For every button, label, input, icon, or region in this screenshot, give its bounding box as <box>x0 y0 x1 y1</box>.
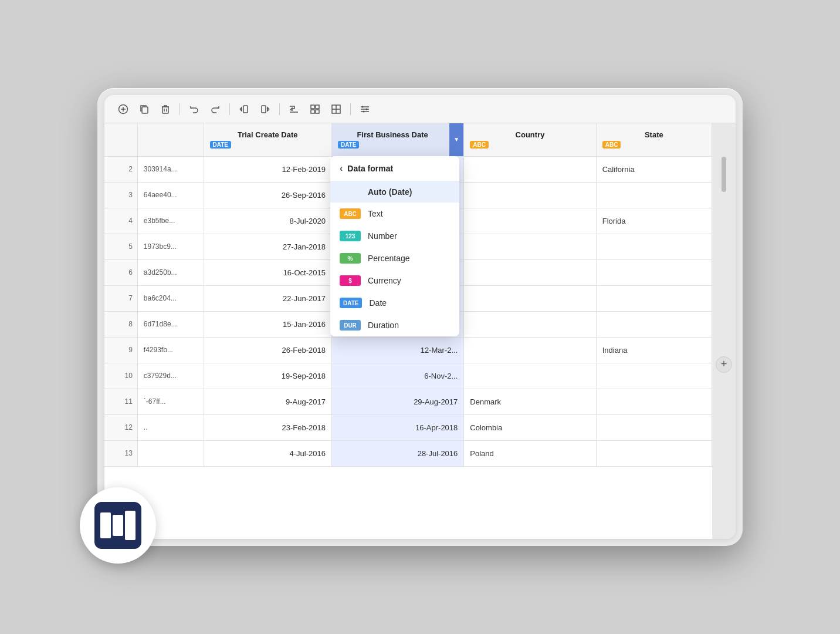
cell-id: e3b5fbe... <box>137 208 204 234</box>
col-header-rownum <box>104 123 137 156</box>
svg-rect-12 <box>311 105 314 109</box>
cell-id: a3d250b... <box>137 259 204 285</box>
dropdown-item-currency[interactable]: $Currency <box>330 269 459 292</box>
delete-button[interactable] <box>156 100 175 119</box>
cell-country <box>464 259 596 285</box>
logo-circle <box>80 487 156 564</box>
scrollbar-thumb[interactable] <box>722 157 726 192</box>
cell-id <box>137 440 204 466</box>
cell-state <box>596 389 712 414</box>
cell-trial-date: 23-Feb-2018 <box>204 414 331 440</box>
cell-trial-date: 27-Jan-2018 <box>204 234 331 259</box>
cell-trial-date: 26-Sep-2016 <box>204 182 331 208</box>
scrollbar-area: + <box>712 123 736 539</box>
cell-country: Denmark <box>464 389 596 414</box>
logo-icon <box>94 502 141 549</box>
column-dropdown-arrow[interactable]: ▼ <box>449 123 463 156</box>
badge-date: DATE <box>340 298 362 308</box>
dropdown-item-auto-date[interactable]: Auto (Date) <box>330 181 459 203</box>
sep1 <box>179 103 180 115</box>
cell-country <box>464 285 596 311</box>
cell-country <box>464 182 596 208</box>
dropdown-title: Data format <box>347 164 393 173</box>
cell-state <box>596 234 712 259</box>
insert-right-button[interactable] <box>256 100 275 119</box>
cell-id: ba6c204... <box>137 285 204 311</box>
dropdown-back-header[interactable]: ‹ Data format <box>330 156 459 181</box>
dropdown-item-date[interactable]: DATEDate <box>330 292 459 314</box>
grid2-button[interactable] <box>327 100 346 119</box>
cell-country: Poland <box>464 440 596 466</box>
badge-duration: DUR <box>340 320 361 331</box>
cell-trial-date: 22-Jun-2017 <box>204 285 331 311</box>
insert-left-button[interactable] <box>235 100 253 119</box>
table-row: 12..23-Feb-201816-Apr-2018Colombia <box>104 414 712 440</box>
sep4 <box>350 103 351 115</box>
wrap-button[interactable] <box>284 100 303 119</box>
dropdown-item-text[interactable]: ABCText <box>330 203 459 225</box>
dropdown-item-percentage[interactable]: %Percentage <box>330 247 459 269</box>
cell-first-biz-date: 28-Jul-2016 <box>331 440 463 466</box>
cell-state <box>596 285 712 311</box>
cell-trial-date: 9-Aug-2017 <box>204 389 331 414</box>
badge-percentage: % <box>340 253 361 264</box>
cell-state: California <box>596 156 712 182</box>
label-duration: Duration <box>368 321 399 330</box>
svg-rect-7 <box>243 106 248 113</box>
badge-number: 123 <box>340 231 361 241</box>
cell-trial-date: 4-Jul-2016 <box>204 440 331 466</box>
cell-country: Colombia <box>464 414 596 440</box>
cell-trial-date: 12-Feb-2019 <box>204 156 331 182</box>
format-settings-button[interactable] <box>355 100 374 119</box>
label-currency: Currency <box>368 276 401 285</box>
add-column-button[interactable]: + <box>716 356 732 373</box>
table-row: 9f4293fb...26-Feb-201812-Mar-2...Indiana <box>104 337 712 363</box>
cell-country <box>464 311 596 337</box>
data-format-dropdown: ‹ Data format Auto (Date)ABCText123Numbe… <box>330 156 459 336</box>
col-header-trial[interactable]: Trial Create Date DATE <box>204 123 331 156</box>
badge-text: ABC <box>340 208 361 219</box>
logo-bar-3 <box>125 511 136 540</box>
table-row: 134-Jul-201628-Jul-2016Poland <box>104 440 712 466</box>
cell-country <box>464 234 596 259</box>
row-number: 3 <box>104 182 137 208</box>
undo-button[interactable] <box>185 100 204 119</box>
cell-state <box>596 440 712 466</box>
logo-bar-1 <box>100 512 111 538</box>
cell-id: 303914a... <box>137 156 204 182</box>
grid1-button[interactable] <box>306 100 324 119</box>
cell-trial-date: 19-Sep-2018 <box>204 363 331 389</box>
svg-rect-14 <box>311 110 314 113</box>
label-number: Number <box>368 231 397 241</box>
cell-state <box>596 182 712 208</box>
cell-country <box>464 363 596 389</box>
cell-country <box>464 156 596 182</box>
cell-state <box>596 259 712 285</box>
cell-id: `-67ff... <box>137 389 204 414</box>
svg-point-24 <box>363 110 365 112</box>
label-percentage: Percentage <box>368 254 410 263</box>
cell-id: c37929d... <box>137 363 204 389</box>
svg-rect-9 <box>262 106 266 113</box>
svg-rect-13 <box>316 105 319 109</box>
table-row: 10c37929d...19-Sep-20186-Nov-2... <box>104 363 712 389</box>
cell-state <box>596 363 712 389</box>
cell-first-biz-date: 16-Apr-2018 <box>331 414 463 440</box>
cell-id: 6d71d8e... <box>137 311 204 337</box>
col-header-country[interactable]: Country ABC <box>464 123 596 156</box>
col-header-state[interactable]: State ABC <box>596 123 712 156</box>
row-number: 4 <box>104 208 137 234</box>
dropdown-item-number[interactable]: 123Number <box>330 225 459 247</box>
cell-state: Florida <box>596 208 712 234</box>
copy-button[interactable] <box>135 100 154 119</box>
row-number: 8 <box>104 311 137 337</box>
col-header-first-biz[interactable]: First Business Date DATE ▼ <box>331 123 463 156</box>
cell-state <box>596 311 712 337</box>
cell-trial-date: 26-Feb-2018 <box>204 337 331 363</box>
add-button[interactable] <box>114 100 133 119</box>
redo-button[interactable] <box>206 100 225 119</box>
svg-rect-15 <box>316 110 319 113</box>
cell-trial-date: 15-Jan-2016 <box>204 311 331 337</box>
label-date: Date <box>369 298 387 308</box>
dropdown-item-duration[interactable]: DURDuration <box>330 314 459 336</box>
